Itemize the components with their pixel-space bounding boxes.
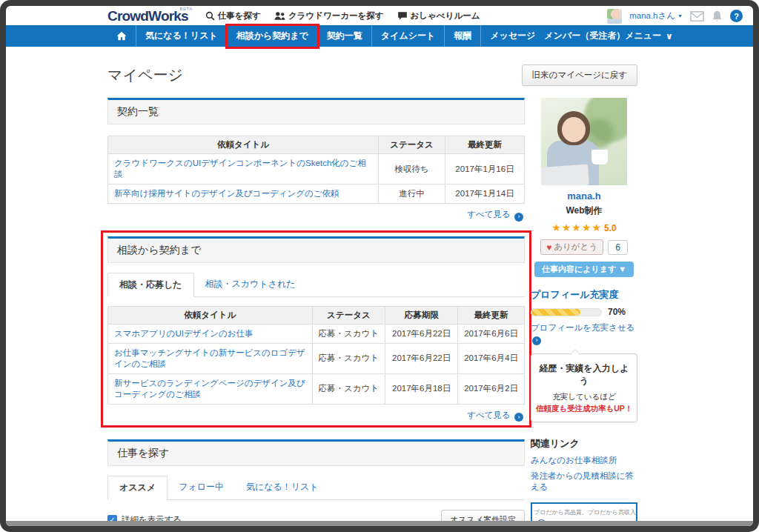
find-worker-label: クラウドワーカーを探す: [288, 10, 384, 21]
table-row: 新卒向け採用サイトのデザイン及びコーディングのご依頼 進行中 2017年1月14…: [108, 184, 525, 204]
consult-status: 応募・スカウト: [312, 324, 385, 343]
contract-title-link[interactable]: クラウドワークスのUIデザインコンポーネントのSketch化のご相談: [114, 159, 366, 179]
tab-consult-applied[interactable]: 相談・応募した: [107, 273, 194, 297]
consult-title-link[interactable]: 新サービスのランディングページのデザイン及びコーディングのご相談: [114, 379, 305, 399]
heart-icon: ♥: [546, 242, 551, 253]
thanks-row: ♥ ありがとう 6: [531, 239, 637, 255]
nav-rewards[interactable]: 報酬: [444, 25, 480, 47]
consult-tabs: 相談・応募した 相談・スカウトされた: [107, 273, 525, 297]
window-bottom-edge: [6, 521, 753, 526]
rating-value: 5.0: [604, 223, 617, 233]
tip-line1: 充実しているほど: [535, 392, 633, 402]
nav-messages[interactable]: メッセージ: [480, 25, 544, 47]
main-column: 契約一覧 依頼タイトル ステータス 最終更新 クラウドワークスのUIデザインコン…: [107, 98, 525, 526]
tab-watchlist[interactable]: 気になる！リスト: [235, 476, 330, 499]
find-job-link[interactable]: 仕事を探す: [205, 10, 261, 21]
col-header-status: ステータス: [312, 306, 385, 324]
arrow-circle-icon: ›: [532, 336, 541, 345]
tip-title: 経歴・実績を入力しよう: [535, 362, 633, 388]
consult-updated: 2017年6月4日: [458, 343, 525, 373]
sidebar: mana.h Web制作 ★★★★★5.0 ♥ ありがとう 6 仕事内容によりま…: [531, 98, 637, 526]
consult-board-link[interactable]: みんなのお仕事相談所: [531, 456, 617, 465]
page-head: マイページ 旧来のマイページに戻す: [107, 64, 637, 86]
rating-row: ★★★★★5.0: [531, 221, 637, 234]
home-icon: [116, 31, 127, 41]
annotation-red-box: 相談から契約まで 相談・応募した 相談・スカウトされた 依頼タイトル ステータス…: [101, 230, 531, 428]
tip-line2: 信頼度も受注成功率もUP！: [535, 404, 633, 414]
user-name: mana.hさん: [629, 10, 675, 21]
nav-contracts[interactable]: 契約一覧: [317, 25, 371, 47]
top-header: CrowdWorks BETA 仕事を探す クラウドワーカーを探す おしゃべりル…: [6, 6, 753, 25]
nav-contracts-label: 契約一覧: [327, 30, 362, 42]
nav-watchlist[interactable]: 気になる！リスト: [136, 25, 227, 47]
enrich-profile-link[interactable]: プロフィールを充実させる ›: [531, 323, 634, 342]
consult-title-link[interactable]: お仕事マッチングサイトの新サービスのロゴデザインのご相談: [114, 348, 305, 368]
consult-deadline: 2017年6月22日: [385, 343, 458, 373]
tab-consult-scouted[interactable]: 相談・スカウトされた: [194, 273, 307, 296]
table-row: お仕事マッチングサイトの新サービスのロゴデザインのご相談 応募・スカウト 201…: [108, 343, 525, 373]
col-header-status: ステータス: [379, 136, 445, 154]
jobs-tabs: オススメ フォロー中 気になる！リスト: [107, 476, 525, 500]
profile-photo[interactable]: [541, 98, 627, 185]
header-user-area: mana.hさん ▼ ?: [607, 9, 743, 24]
browser-viewport: CrowdWorks BETA 仕事を探す クラウドワーカーを探す おしゃべりル…: [6, 6, 753, 526]
bell-icon[interactable]: [712, 10, 723, 22]
search-icon: [205, 11, 215, 21]
nav-consult-to-contract[interactable]: 相談から契約まで: [227, 25, 317, 47]
thanks-button[interactable]: ♥ ありがとう: [540, 239, 603, 255]
logo-text: CrowdWorks: [107, 8, 188, 24]
chat-room-link[interactable]: おしゃべりルーム: [397, 10, 480, 21]
nav-home[interactable]: [107, 25, 136, 47]
nav-rewards-label: 報酬: [454, 30, 471, 42]
profile-job-category: Web制作: [531, 205, 637, 217]
nav-timesheet[interactable]: タイムシート: [371, 25, 444, 47]
consult-status: 応募・スカウト: [312, 343, 385, 373]
table-row: スマホアプリのUIデザインのお仕事 応募・スカウト 2017年6月22日 201…: [108, 324, 525, 343]
thanks-label: ありがとう: [554, 242, 597, 253]
consult-title-link[interactable]: スマホアプリのUIデザインのお仕事: [114, 329, 253, 338]
completeness-link-row: プロフィールを充実させる ›: [531, 322, 637, 345]
nav-watchlist-label: 気になる！リスト: [145, 30, 218, 42]
tab-following[interactable]: フォロー中: [168, 476, 235, 499]
arrow-circle-icon: ›: [514, 413, 523, 422]
related-link-row: 発注者からの見積相談に答える: [531, 471, 637, 493]
consult-updated: 2017年6月2日: [458, 373, 525, 404]
jobs-section-header: 仕事を探す: [107, 439, 525, 466]
pro-tagline: プロだから高品質。プロだから高収入。: [534, 508, 634, 516]
user-avatar[interactable]: [607, 9, 622, 24]
window-frame: CrowdWorks BETA 仕事を探す クラウドワーカーを探す おしゃべりル…: [0, 0, 759, 532]
mail-icon[interactable]: [690, 11, 704, 21]
table-row: クラウドワークスのUIデザインコンポーネントのSketch化のご相談 検収待ち …: [108, 154, 525, 184]
work-availability-button[interactable]: 仕事内容によります ▼: [534, 262, 634, 277]
contract-title-link[interactable]: 新卒向け採用サイトのデザイン及びコーディングのご依頼: [114, 189, 339, 198]
estimate-reply-link[interactable]: 発注者からの見積相談に答える: [531, 471, 634, 491]
progress-fill: [531, 309, 580, 316]
enrich-profile-label: プロフィールを充実させる: [531, 323, 634, 332]
progress-track: [531, 308, 602, 316]
tab-recommended[interactable]: オススメ: [107, 476, 168, 500]
see-all-link[interactable]: すべて見る ›: [467, 210, 523, 219]
user-menu[interactable]: mana.hさん ▼: [629, 10, 683, 21]
help-icon[interactable]: ?: [730, 10, 743, 22]
contract-updated: 2017年1月16日: [445, 154, 525, 184]
page-container: マイページ 旧来のマイページに戻す 契約一覧 依頼タイトル ステータス 最終更新: [107, 64, 637, 526]
legacy-mypage-button[interactable]: 旧来のマイページに戻す: [522, 64, 637, 86]
chat-room-label: おしゃべりルーム: [411, 10, 480, 21]
profile-name-link[interactable]: mana.h: [567, 190, 601, 202]
contract-updated: 2017年1月14日: [445, 184, 525, 204]
see-all-link[interactable]: すべて見る ›: [467, 410, 523, 419]
crowdworks-logo[interactable]: CrowdWorks BETA: [107, 8, 190, 24]
profile-tip-box: 経歴・実績を入力しよう 充実しているほど 信頼度も受注成功率もUP！: [531, 353, 637, 422]
member-menu-label: メンバー（受注者）メニュー: [544, 30, 661, 42]
profile-completeness-title: プロフィール充実度: [531, 288, 637, 302]
nav-consult-label: 相談から契約まで: [236, 30, 308, 42]
beta-label: BETA: [180, 7, 193, 11]
caret-down-icon: ▼: [677, 13, 683, 19]
nav-timesheet-label: タイムシート: [381, 30, 435, 42]
find-worker-link[interactable]: クラウドワーカーを探す: [274, 10, 384, 21]
contracts-section-header: 契約一覧: [107, 98, 525, 124]
contracts-table: 依頼タイトル ステータス 最終更新 クラウドワークスのUIデザインコンポーネント…: [107, 136, 525, 204]
member-menu[interactable]: メンバー（受注者）メニュー ∨: [544, 25, 672, 47]
main-navbar: 気になる！リスト 相談から契約まで 契約一覧 タイムシート 報酬 メッセージ メ…: [6, 25, 753, 47]
col-header-deadline: 応募期限: [385, 306, 458, 324]
